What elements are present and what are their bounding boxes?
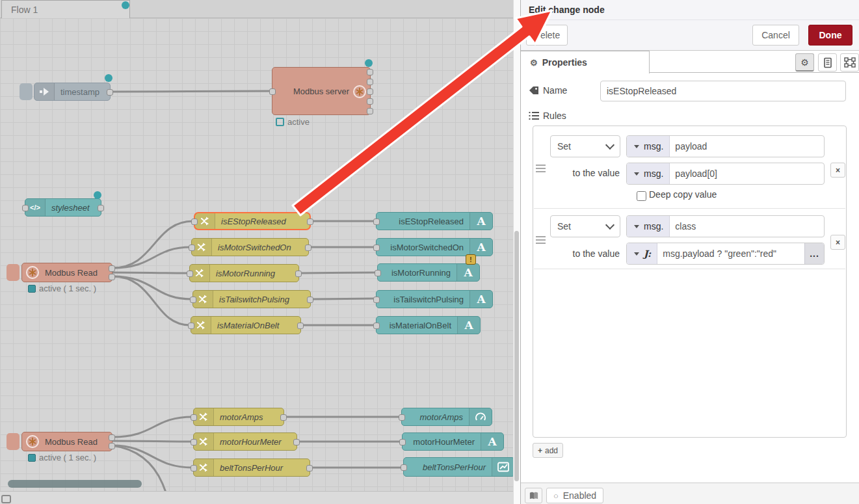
output-port-2[interactable] bbox=[109, 443, 115, 449]
name-input[interactable] bbox=[600, 81, 846, 101]
node-change-isMotorRunning[interactable]: isMotorRunning bbox=[189, 264, 299, 282]
output-port-1[interactable] bbox=[367, 69, 373, 75]
input-port[interactable] bbox=[401, 464, 407, 471]
tab-flow1[interactable]: Flow 1 bbox=[1, 0, 130, 18]
input-port[interactable] bbox=[191, 465, 197, 471]
input-port[interactable] bbox=[373, 219, 380, 225]
node-change-beltTonsPerHour[interactable]: beltTonsPerHour bbox=[193, 458, 310, 477]
node-modbus-read-bottom[interactable]: Modbus Read bbox=[21, 432, 112, 451]
library-button[interactable] bbox=[525, 488, 542, 503]
input-port[interactable] bbox=[22, 205, 29, 211]
gear-icon: ⚙ bbox=[530, 58, 538, 68]
modbus-read-button[interactable] bbox=[7, 433, 20, 450]
output-port[interactable] bbox=[107, 89, 113, 96]
node-label: beltTonsPerHour bbox=[417, 462, 492, 472]
input-port[interactable] bbox=[373, 297, 380, 303]
output-port-3[interactable] bbox=[367, 88, 373, 95]
status-icon bbox=[28, 285, 36, 293]
node-change-isMaterialOnBelt[interactable]: isMaterialOnBelt bbox=[191, 316, 301, 334]
output-port[interactable] bbox=[306, 465, 313, 471]
enabled-toggle-button[interactable]: ○ Enabled bbox=[546, 488, 603, 503]
input-port[interactable] bbox=[373, 245, 380, 251]
input-port[interactable] bbox=[399, 414, 405, 421]
input-port[interactable] bbox=[189, 245, 195, 251]
rule1-value-type[interactable]: msg. bbox=[627, 163, 670, 184]
input-port[interactable] bbox=[187, 271, 193, 277]
input-port[interactable] bbox=[191, 439, 197, 445]
rule2-delete-button[interactable]: × bbox=[830, 235, 845, 250]
input-port[interactable] bbox=[375, 270, 381, 276]
input-port[interactable] bbox=[188, 323, 194, 329]
inject-button[interactable] bbox=[20, 83, 33, 100]
done-button[interactable]: Done bbox=[808, 25, 852, 46]
output-port[interactable] bbox=[307, 219, 313, 225]
node-chart-beltTonsPerHour[interactable]: beltTonsPerHour bbox=[403, 457, 515, 477]
horizontal-scrollbar[interactable] bbox=[8, 480, 142, 488]
output-port-5[interactable] bbox=[367, 108, 373, 114]
tab-properties[interactable]: ⚙ Properties bbox=[521, 51, 650, 73]
add-rule-button[interactable]: + add bbox=[533, 443, 563, 458]
delete-button[interactable]: Delete bbox=[526, 25, 568, 46]
output-port-1[interactable] bbox=[109, 265, 115, 272]
node-text-motorHourMeter[interactable]: motorHourMeter A bbox=[402, 432, 504, 451]
rule2-property-type[interactable]: msg. bbox=[627, 216, 670, 237]
node-change-isEStopReleased[interactable]: isEStopReleased bbox=[194, 212, 311, 230]
output-port[interactable] bbox=[295, 271, 302, 277]
list-icon bbox=[529, 111, 539, 120]
frame-icon bbox=[844, 57, 856, 68]
rule2-action-select[interactable]: Set bbox=[550, 215, 620, 237]
rule2-value-type[interactable]: J: bbox=[627, 243, 657, 264]
node-change-isMotorSwitchedOn[interactable]: isMotorSwitchedOn bbox=[191, 238, 309, 256]
input-port[interactable] bbox=[191, 414, 197, 421]
rule-divider bbox=[534, 269, 845, 269]
modbus-read-button[interactable] bbox=[7, 264, 20, 281]
canvas-nav-icon[interactable] bbox=[1, 495, 12, 504]
output-port-2[interactable] bbox=[367, 79, 373, 85]
rule1-action-select[interactable]: Set bbox=[550, 135, 620, 157]
canvas-vscroll-thumb[interactable] bbox=[514, 231, 519, 481]
rule2-drag-handle[interactable] bbox=[536, 236, 546, 245]
rule1-value-input[interactable]: msg. payload[0] bbox=[626, 163, 825, 185]
node-gauge-motorAmps[interactable]: motorAmps bbox=[401, 408, 492, 426]
input-port[interactable] bbox=[191, 219, 198, 225]
cancel-button[interactable]: Cancel bbox=[752, 25, 799, 46]
node-text-isEStopReleased[interactable]: isEStopReleased A bbox=[376, 212, 493, 230]
node-text-isMotorSwitchedOn[interactable]: isMotorSwitchedOn A bbox=[376, 238, 493, 256]
node-text-isMotorRunning[interactable]: isMotorRunning A bbox=[377, 263, 480, 282]
input-port[interactable] bbox=[399, 439, 406, 445]
input-port[interactable] bbox=[190, 297, 196, 303]
output-port-2[interactable] bbox=[109, 274, 115, 280]
output-port[interactable] bbox=[305, 245, 311, 251]
rule1-property-input[interactable]: msg. payload bbox=[626, 135, 825, 157]
output-port-4[interactable] bbox=[367, 98, 373, 105]
rule1-property-type[interactable]: msg. bbox=[627, 136, 670, 157]
node-text-isMaterialOnBelt[interactable]: isMaterialOnBelt A bbox=[376, 316, 481, 334]
modbus-icon bbox=[353, 85, 366, 98]
node-modbus-server[interactable]: Modbus server bbox=[272, 67, 371, 115]
rule2-property-input[interactable]: msg. class bbox=[626, 215, 825, 237]
input-port[interactable] bbox=[269, 88, 276, 95]
deep-copy-checkbox[interactable] bbox=[637, 191, 646, 201]
output-port[interactable] bbox=[297, 323, 304, 329]
node-inject-timestamp[interactable]: timestamp bbox=[34, 83, 111, 101]
node-change-isTailswitchPulsing[interactable]: isTailswitchPulsing bbox=[192, 290, 311, 308]
output-port-1[interactable] bbox=[109, 434, 115, 441]
node-text-isTailswitchPulsing[interactable]: isTailswitchPulsing A bbox=[376, 290, 493, 308]
node-modbus-read-top[interactable]: Modbus Read bbox=[21, 263, 112, 282]
input-port[interactable] bbox=[373, 323, 380, 329]
output-port[interactable] bbox=[307, 297, 313, 303]
node-change-motorAmps[interactable]: motorAmps bbox=[193, 408, 284, 426]
expand-expression-button[interactable]: ... bbox=[804, 243, 824, 264]
appearance-icon-button[interactable] bbox=[840, 53, 859, 72]
node-stylesheet[interactable]: </> stylesheet bbox=[25, 198, 101, 217]
rule1-delete-button[interactable]: × bbox=[830, 163, 845, 178]
rule1-drag-handle[interactable] bbox=[536, 165, 546, 173]
node-change-motorHourMeter[interactable]: motorHourMeter bbox=[193, 432, 297, 451]
rule2-expression-input[interactable]: J: msg.payload ? "green":"red" ... bbox=[626, 243, 825, 265]
output-port[interactable] bbox=[280, 414, 287, 421]
output-port[interactable] bbox=[98, 205, 104, 211]
description-icon-button[interactable] bbox=[818, 53, 837, 72]
output-port[interactable] bbox=[293, 439, 300, 445]
edit-properties-icon-button[interactable]: ⚙ bbox=[795, 53, 814, 72]
node-label: isEStopReleased bbox=[215, 217, 292, 226]
